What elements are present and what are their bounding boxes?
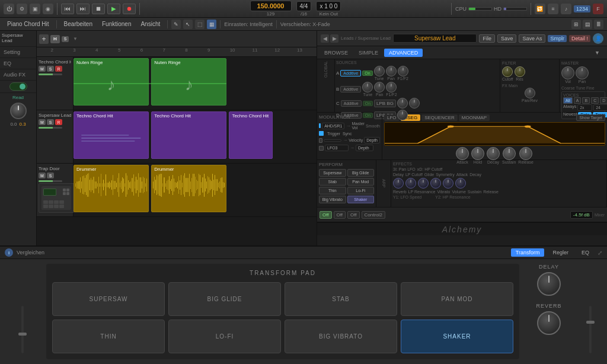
pad-supersaw[interactable]: SUPERSAW [52,282,165,316]
master-pan-knob[interactable] [576,66,589,79]
track-2-s-btn[interactable]: S [47,119,54,125]
perf-bigvib[interactable]: Big Vibrato [319,196,346,203]
mod-depth-4[interactable]: Depth [356,145,373,151]
sidebar-audiofx-btn[interactable]: Audio FX [0,69,36,81]
voice-b-btn[interactable]: B [582,97,590,104]
track-3-clip-1[interactable]: Drummer [74,165,149,212]
add-track-btn[interactable]: + [39,34,49,44]
track-2-r-btn[interactable]: R [55,119,62,125]
tab-browse[interactable]: BROWSE [320,49,353,57]
hold-knob[interactable] [471,147,484,160]
perf-bigglide[interactable]: Big Glide [347,169,375,177]
voice-d-btn[interactable]: D [600,97,607,104]
pointer-icon[interactable]: ↖ [183,20,193,29]
play-btn[interactable]: ▶ [107,4,120,14]
mod-led-2[interactable] [319,131,324,136]
voice-count-select[interactable]: 2x [577,104,592,111]
perf-thin[interactable]: Thin [319,187,346,194]
mod-source-4[interactable]: LFO3 [325,145,349,151]
track-3-fader[interactable] [39,180,62,182]
src-d-on[interactable]: On [363,113,373,118]
fx-knob-4[interactable] [430,178,441,189]
track-3-clip-2[interactable]: Drummer [151,165,226,212]
filter-pan-knob[interactable] [525,88,535,98]
save-btn[interactable]: Save [497,34,517,43]
tab-dropdown[interactable]: ▼ [590,49,605,57]
pencil-icon[interactable]: ✎ [171,20,181,29]
track-1-clip-2[interactable]: Nuten Ringe ♪ [151,58,226,106]
src-a-pan-knob[interactable] [386,66,397,76]
voice-all-btn[interactable]: All [563,97,573,104]
perf-panmod[interactable]: Pan Mod [347,178,375,186]
ctrl-control2[interactable]: Control2 [362,211,385,219]
expand-icon[interactable]: ⤢ [598,250,602,256]
fx-knob-3[interactable] [418,178,429,189]
src-d-knob-ctrl[interactable] [397,110,408,120]
track-3-m-btn[interactable]: M [39,173,46,178]
src-a-on[interactable]: On [362,71,372,76]
filter-cutoff-knob[interactable] [502,66,513,77]
alchemy-next-btn[interactable]: ▶ [330,34,338,43]
mod-led-3[interactable] [319,138,322,143]
pad-stab[interactable]: STAB [285,282,397,316]
src-b-pan-knob[interactable] [374,82,385,92]
fx-knob-1[interactable] [393,178,404,189]
pad-thin[interactable]: THIN [52,320,165,353]
track-2-clip-2[interactable]: Techno Chord Hit [151,111,226,159]
menu-funktionen[interactable]: Funktionen [98,20,135,28]
mix-icon[interactable]: ≡ [548,4,558,14]
dropdown-arrow-icon[interactable]: ▼ [73,36,78,41]
release-knob[interactable] [519,147,532,160]
track-2-clip-1[interactable]: Techno Chord Hit [74,111,149,159]
mod-source-1[interactable]: AHD/SR1 [322,123,344,129]
tab-eq[interactable]: EQ [577,248,594,257]
info-icon[interactable]: i [5,248,13,257]
midi-icon[interactable]: ♪ [561,4,571,14]
track-1-r-btn[interactable]: R [55,66,62,72]
track-1-fader[interactable] [39,74,62,75]
src-c-on[interactable]: On [363,101,373,106]
perf-supersaw[interactable]: Supersaw [319,169,346,177]
ctrl-off-2[interactable]: Off [334,211,346,219]
cpu-icon[interactable]: ▣ [30,4,40,14]
tool2-icon[interactable]: ▤ [583,20,592,29]
sidebar-setting-btn[interactable]: Setting [0,47,36,58]
src-c-type[interactable]: Additive [341,100,362,107]
track-2-clip-3[interactable]: Techno Chord Hit [229,111,273,159]
track-3-s-btn[interactable]: S [47,173,54,178]
tab-simple[interactable]: SIMPLE [354,49,383,57]
src-a-tune-knob[interactable] [374,66,385,76]
marquee-icon[interactable]: ⬚ [195,20,205,29]
voice-c-btn[interactable]: C [591,97,599,104]
tool1-icon[interactable]: ⊞ [571,20,581,29]
pad-panmod[interactable]: PAN MOD [401,282,513,316]
user-icon[interactable]: 👤 [593,33,603,44]
fx-knob-2[interactable] [405,178,416,189]
h-icon[interactable]: H [50,35,60,43]
bpm-display[interactable]: 150.0000 129 [250,1,292,17]
rewind-btn[interactable]: ⏮ [61,4,74,14]
attack-knob[interactable] [456,147,469,160]
track-2-fader[interactable] [39,127,62,129]
filter-res-knob[interactable] [515,66,525,77]
alchemy-prev-btn[interactable]: ◀ [321,34,329,43]
perf-lofi[interactable]: Lo-Fi [347,187,375,194]
vol-display[interactable]: -4.5f dB [570,211,593,219]
settings-icon[interactable]: ⚙ [17,4,27,14]
loop-icon[interactable]: 🔁 [535,4,545,14]
src-c-tune-knob[interactable] [397,98,408,108]
tab-regler[interactable]: Regler [548,248,573,257]
fx-knob-5[interactable] [443,178,453,189]
s-btn[interactable]: S [62,36,69,42]
forward-btn[interactable]: ⏭ [76,4,90,14]
mod-led-4[interactable] [319,146,324,151]
src-b-tune-knob[interactable] [362,82,373,92]
mod-led-1[interactable] [319,123,321,128]
smart-btn[interactable]: 1234 [574,5,590,12]
track-1-m-btn[interactable]: M [39,66,46,72]
bpm-value[interactable]: 150.0000 [250,1,292,11]
pad-bigvib[interactable]: BIG VIBRATO [285,320,397,353]
copy-btn[interactable]: Smplr [548,35,567,42]
sync-btn[interactable]: Sync [343,132,352,136]
src-c-pan-knob[interactable] [409,98,420,108]
